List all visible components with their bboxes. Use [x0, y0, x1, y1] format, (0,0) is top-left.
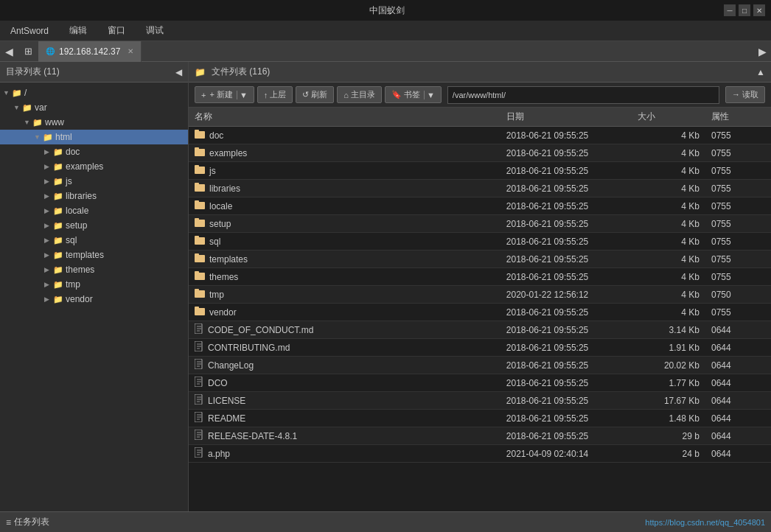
table-row[interactable]: README2018-06-21 09:55:251.48 Kb0644 — [189, 410, 771, 427]
table-row[interactable]: CODE_OF_CONDUCT.md2018-06-21 09:55:253.1… — [189, 321, 771, 339]
refresh-icon: ↺ — [302, 90, 309, 99]
file-name: setup — [209, 219, 231, 229]
tree-expand-arrow[interactable]: ▶ — [44, 163, 52, 170]
left-panel-collapse-button[interactable]: ◀ — [175, 67, 182, 77]
table-row[interactable]: DCO2018-06-21 09:55:251.77 Kb0644 — [189, 374, 771, 392]
table-row[interactable]: CONTRIBUTING.md2018-06-21 09:55:251.91 K… — [189, 339, 771, 357]
tree-expand-arrow[interactable]: ▶ — [44, 178, 52, 185]
tab-forward-button[interactable]: ▶ — [753, 41, 771, 62]
table-row[interactable]: doc2018-06-21 09:55:254 Kb0755 — [189, 127, 771, 144]
home-button[interactable]: ⌂ 主目录 — [337, 86, 382, 103]
col-header-date[interactable]: 日期 — [500, 108, 632, 127]
tree-node[interactable]: ▶📁tmp — [0, 277, 188, 292]
folder-icon — [195, 147, 205, 158]
menu-debug[interactable]: 调试 — [142, 23, 168, 38]
file-perm: 0755 — [705, 268, 771, 286]
tree-node[interactable]: ▶📁sql — [0, 233, 188, 248]
tree-node[interactable]: ▶📁themes — [0, 262, 188, 277]
tab-192-168-142-37[interactable]: 🌐 192.168.142.37 ✕ — [38, 41, 142, 62]
tree-folder-icon: 📁 — [53, 147, 63, 157]
tab-grid-button[interactable]: ⊞ — [18, 41, 38, 62]
new-button[interactable]: + + 新建 ▼ — [195, 86, 254, 103]
menu-window[interactable]: 窗口 — [103, 23, 130, 38]
path-input[interactable] — [447, 86, 719, 104]
tree-expand-arrow[interactable]: ▶ — [44, 237, 52, 244]
svg-rect-9 — [195, 200, 199, 203]
tree-node[interactable]: ▶📁doc — [0, 144, 188, 159]
table-row[interactable]: themes2018-06-21 09:55:254 Kb0755 — [189, 268, 771, 286]
close-button[interactable]: ✕ — [753, 4, 765, 16]
tree-expand-arrow[interactable]: ▶ — [44, 266, 52, 273]
svg-rect-19 — [195, 289, 199, 292]
bookmark-button[interactable]: 🔖 书签 ▼ — [385, 86, 442, 103]
right-panel-collapse-button[interactable]: ▲ — [756, 67, 765, 77]
tree-node[interactable]: ▶📁examples — [0, 159, 188, 174]
tree-node[interactable]: ▶📁libraries — [0, 189, 188, 203]
new-dropdown-arrow[interactable]: ▼ — [237, 91, 248, 99]
menu-antsword[interactable]: AntSword — [6, 24, 53, 38]
bookmark-dropdown-arrow[interactable]: ▼ — [424, 91, 435, 99]
file-icon — [195, 412, 203, 424]
tree-expand-arrow[interactable]: ▶ — [44, 148, 52, 155]
tree-expand-arrow[interactable]: ▶ — [44, 207, 52, 214]
svg-rect-7 — [195, 183, 199, 186]
file-name: README — [208, 413, 245, 424]
table-row[interactable]: setup2018-06-21 09:55:254 Kb0755 — [189, 215, 771, 233]
read-button[interactable]: → 读取 — [725, 86, 765, 103]
table-row[interactable]: locale2018-06-21 09:55:254 Kb0755 — [189, 197, 771, 215]
tab-label: 192.168.142.37 — [59, 46, 120, 57]
tree-expand-arrow[interactable]: ▶ — [44, 281, 52, 288]
table-row[interactable]: templates2018-06-21 09:55:254 Kb0755 — [189, 251, 771, 268]
folder-icon — [195, 183, 205, 194]
tab-close-button[interactable]: ✕ — [128, 47, 133, 55]
file-perm: 0755 — [705, 162, 771, 180]
minimize-button[interactable]: ─ — [724, 4, 736, 16]
file-size: 17.67 Kb — [632, 392, 705, 410]
table-row[interactable]: tmp2020-01-22 12:56:124 Kb0750 — [189, 286, 771, 304]
tree-expand-arrow[interactable]: ▼ — [24, 119, 31, 126]
folder-icon — [195, 165, 205, 176]
file-size: 4 Kb — [632, 268, 705, 286]
tree-expand-arrow[interactable]: ▶ — [44, 295, 52, 303]
tree-expand-arrow[interactable]: ▼ — [34, 133, 41, 141]
table-row[interactable]: vendor2018-06-21 09:55:254 Kb0755 — [189, 304, 771, 321]
menu-edit[interactable]: 编辑 — [65, 23, 91, 38]
tree-expand-arrow[interactable]: ▶ — [44, 222, 52, 229]
col-header-name[interactable]: 名称 — [189, 108, 500, 127]
file-perm: 0644 — [705, 410, 771, 427]
tree-node[interactable]: ▶📁templates — [0, 248, 188, 262]
file-name: js — [209, 166, 216, 176]
table-row[interactable]: js2018-06-21 09:55:254 Kb0755 — [189, 162, 771, 180]
table-row[interactable]: sql2018-06-21 09:55:254 Kb0755 — [189, 233, 771, 251]
col-header-size[interactable]: 大小 — [632, 108, 705, 127]
table-row[interactable]: LICENSE2018-06-21 09:55:2517.67 Kb0644 — [189, 392, 771, 410]
refresh-button[interactable]: ↺ 刷新 — [296, 86, 334, 103]
table-row[interactable]: examples2018-06-21 09:55:254 Kb0755 — [189, 144, 771, 162]
table-row[interactable]: ChangeLog2018-06-21 09:55:2520.02 Kb0644 — [189, 357, 771, 374]
tree-expand-arrow[interactable]: ▼ — [3, 89, 10, 97]
tree-node[interactable]: ▶📁vendor — [0, 292, 188, 307]
tree-expand-arrow[interactable]: ▶ — [44, 192, 52, 200]
folder-icon — [195, 200, 205, 211]
tree-expand-arrow[interactable]: ▼ — [13, 104, 21, 111]
tab-back-button[interactable]: ◀ — [0, 41, 18, 62]
tree-node[interactable]: ▶📁js — [0, 174, 188, 189]
tree-node[interactable]: ▶📁setup — [0, 218, 188, 233]
table-row[interactable]: a.php2021-04-09 02:40:1424 b0644 — [189, 445, 771, 463]
file-date: 2018-06-21 09:55:25 — [500, 410, 632, 427]
tree-node[interactable]: ▼📁/ — [0, 85, 188, 100]
up-button[interactable]: ↑ ↑ 上层 上层 — [257, 86, 293, 103]
tree-node[interactable]: ▼📁www — [0, 115, 188, 130]
maximize-button[interactable]: □ — [739, 4, 750, 16]
table-row[interactable]: RELEASE-DATE-4.8.12018-06-21 09:55:2529 … — [189, 427, 771, 445]
col-header-perm[interactable]: 属性 — [705, 108, 771, 127]
file-size: 24 b — [632, 445, 705, 463]
tree-folder-icon: 📁 — [53, 177, 63, 186]
bookmark-icon: 🔖 — [391, 90, 402, 99]
table-row[interactable]: libraries2018-06-21 09:55:254 Kb0755 — [189, 180, 771, 197]
task-list-label[interactable]: 任务列表 — [14, 516, 49, 528]
tree-node[interactable]: ▶📁locale — [0, 203, 188, 218]
tree-node[interactable]: ▼📁var — [0, 100, 188, 115]
tree-node[interactable]: ▼📁html — [0, 130, 188, 144]
tree-expand-arrow[interactable]: ▶ — [44, 251, 52, 259]
